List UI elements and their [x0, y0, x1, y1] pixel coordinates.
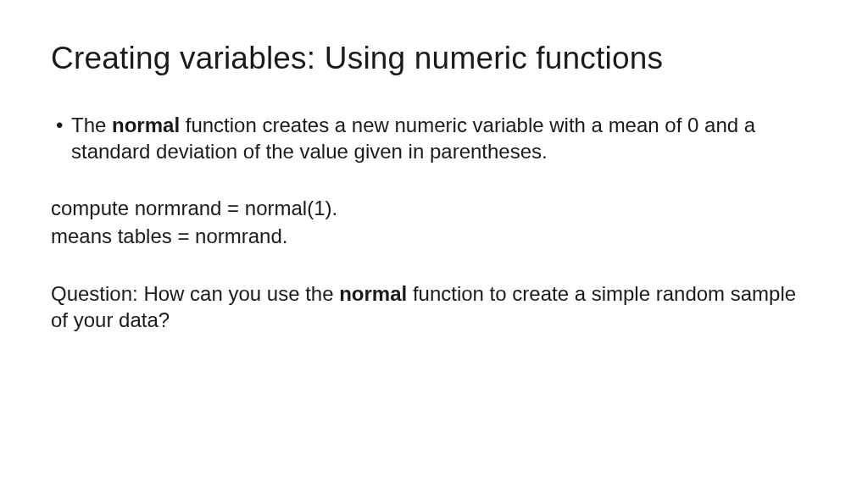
question-text-part1: Question: How can you use the — [51, 282, 339, 305]
question-text-bold: normal — [339, 282, 407, 305]
slide-title: Creating variables: Using numeric functi… — [51, 41, 817, 76]
bullet-item: The normal function creates a new numeri… — [51, 112, 817, 164]
code-block: compute normrand = normal(1). means tabl… — [51, 195, 817, 250]
question-block: Question: How can you use the normal fun… — [51, 280, 817, 333]
bullet-text-part1: The — [71, 114, 112, 136]
bullet-list: The normal function creates a new numeri… — [51, 112, 817, 164]
code-line: means tables = normrand. — [51, 223, 817, 250]
code-line: compute normrand = normal(1). — [51, 195, 817, 222]
bullet-text-bold: normal — [112, 114, 180, 136]
